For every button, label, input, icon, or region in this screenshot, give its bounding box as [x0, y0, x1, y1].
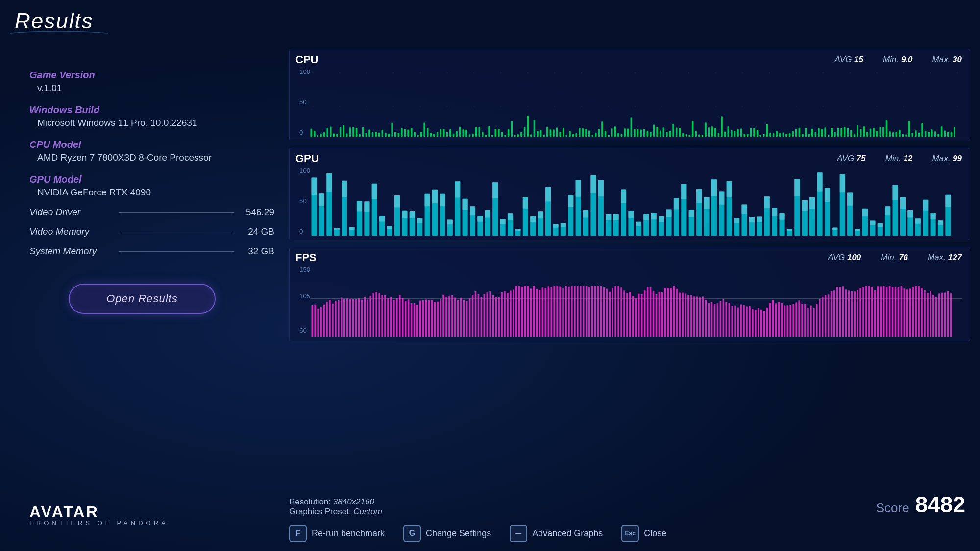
svg-rect-571: [650, 287, 652, 337]
svg-rect-79: [314, 131, 316, 137]
svg-rect-306: [402, 211, 407, 218]
svg-rect-117: [437, 132, 439, 137]
svg-rect-620: [792, 304, 794, 337]
svg-rect-136: [498, 129, 500, 137]
windows-build-value: Microsoft Windows 11 Pro, 10.0.22631: [37, 118, 274, 128]
svg-rect-267: [921, 123, 923, 137]
gpu-chart-svg: 100 50 0: [295, 167, 962, 236]
svg-rect-504: [454, 298, 456, 337]
svg-point-37: [635, 106, 636, 107]
gpu-min-label: Min. 12: [885, 154, 913, 164]
svg-rect-664: [921, 288, 923, 337]
cpu-model-label: CPU Model: [29, 139, 274, 150]
svg-rect-243: [844, 127, 846, 137]
svg-rect-185: [656, 127, 658, 137]
fps-chart-stats: AVG 100 Min. 76 Max. 127: [828, 253, 962, 263]
svg-rect-633: [831, 291, 833, 337]
game-version-value: v.1.01: [37, 83, 274, 94]
svg-rect-563: [626, 293, 628, 337]
svg-rect-528: [524, 286, 526, 337]
svg-rect-308: [410, 211, 415, 218]
svg-rect-455: [311, 305, 313, 337]
svg-rect-493: [422, 300, 424, 337]
svg-rect-568: [641, 294, 643, 337]
svg-rect-218: [763, 134, 765, 137]
svg-rect-549: [586, 286, 588, 337]
svg-point-12: [635, 72, 636, 74]
svg-rect-269: [928, 132, 930, 137]
system-memory-bar: [119, 251, 234, 252]
svg-text:0: 0: [299, 129, 303, 136]
svg-rect-483: [393, 300, 395, 337]
rerun-benchmark-button[interactable]: F Re-run benchmark: [289, 525, 385, 542]
svg-rect-420: [832, 227, 837, 230]
svg-rect-446: [931, 213, 936, 219]
svg-rect-146: [530, 134, 532, 137]
advanced-graphs-button[interactable]: — Advanced Graphs: [510, 525, 603, 542]
open-results-button[interactable]: Open Results: [69, 284, 216, 314]
svg-rect-584: [687, 295, 689, 337]
svg-rect-621: [795, 302, 797, 337]
svg-rect-130: [478, 127, 480, 137]
close-button[interactable]: Esc Close: [621, 525, 666, 542]
fps-avg-value: 100: [847, 253, 861, 262]
svg-rect-567: [638, 294, 640, 337]
svg-rect-239: [831, 128, 833, 137]
svg-rect-195: [688, 135, 690, 137]
svg-rect-197: [695, 131, 697, 137]
svg-rect-478: [378, 293, 380, 337]
svg-rect-580: [676, 289, 678, 337]
svg-rect-489: [411, 303, 413, 337]
svg-rect-330: [492, 182, 498, 198]
svg-rect-494: [425, 299, 427, 337]
svg-rect-101: [385, 133, 387, 137]
svg-rect-539: [556, 286, 558, 337]
svg-rect-83: [326, 128, 328, 137]
svg-rect-520: [501, 292, 503, 337]
change-settings-button[interactable]: G Change Settings: [403, 525, 491, 542]
svg-rect-217: [760, 135, 761, 137]
svg-rect-555: [603, 287, 605, 337]
svg-rect-408: [787, 229, 792, 231]
svg-rect-348: [561, 223, 566, 227]
svg-rect-603: [743, 305, 745, 337]
svg-rect-207: [727, 126, 729, 137]
svg-point-40: [715, 106, 716, 107]
svg-rect-485: [399, 295, 401, 337]
svg-rect-149: [540, 130, 542, 137]
svg-rect-253: [876, 131, 878, 137]
svg-rect-191: [676, 128, 678, 137]
svg-point-10: [581, 72, 582, 74]
svg-rect-660: [909, 289, 911, 337]
svg-rect-346: [553, 224, 558, 228]
svg-rect-152: [550, 129, 552, 137]
svg-rect-200: [705, 122, 707, 137]
avatar-logo: Avatar Frontiers of Pandora: [29, 503, 169, 527]
svg-rect-400: [757, 216, 762, 222]
svg-rect-610: [763, 311, 765, 337]
svg-rect-647: [871, 287, 873, 337]
svg-rect-134: [491, 135, 493, 137]
cpu-min-value: 9.0: [901, 55, 913, 64]
svg-rect-577: [667, 288, 669, 337]
svg-rect-165: [591, 135, 593, 137]
svg-rect-623: [801, 304, 803, 337]
svg-rect-390: [719, 192, 724, 205]
svg-rect-538: [553, 286, 555, 337]
svg-rect-160: [575, 133, 577, 137]
svg-rect-402: [764, 196, 770, 208]
svg-rect-85: [333, 133, 335, 137]
svg-rect-585: [690, 295, 692, 337]
svg-rect-144: [524, 127, 526, 137]
svg-rect-480: [384, 295, 386, 337]
svg-rect-575: [662, 292, 663, 337]
svg-rect-461: [329, 300, 331, 337]
svg-rect-418: [825, 188, 830, 202]
svg-rect-502: [448, 296, 450, 337]
svg-rect-566: [635, 298, 637, 337]
svg-rect-237: [824, 127, 826, 137]
toolbar: F Re-run benchmark G Change Settings — A…: [289, 525, 970, 542]
svg-rect-505: [457, 300, 459, 337]
svg-text:100: 100: [299, 167, 310, 174]
svg-rect-665: [924, 290, 926, 337]
